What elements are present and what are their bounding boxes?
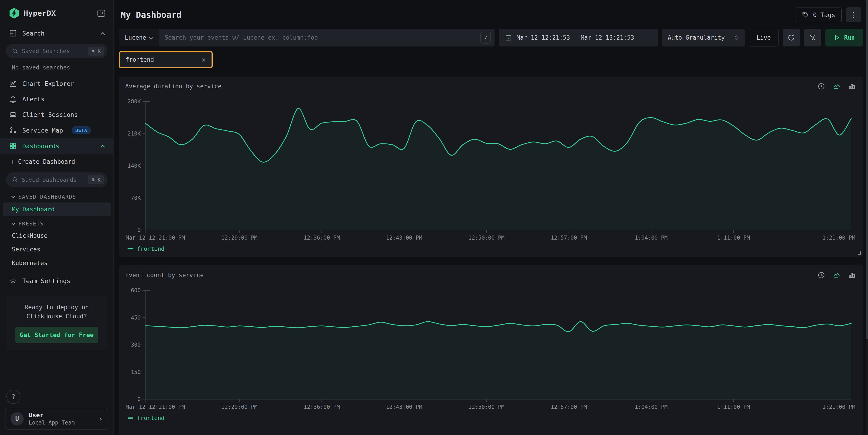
query-toolbar: Lucene / Mar 12 12:21:53 - Mar 12 13:21:… (119, 29, 863, 46)
query-language-dropdown[interactable]: Lucene (119, 29, 159, 46)
sidebar-item-service-map[interactable]: Service Map BETA (0, 122, 114, 138)
chart-legend[interactable]: frontend (125, 415, 857, 421)
time-format-icon[interactable] (817, 271, 825, 279)
chart-svg: 070K140K210K280KMar 12 12:21:00 PM12:29:… (125, 98, 857, 243)
svg-text:12:43:00 PM: 12:43:00 PM (386, 404, 422, 410)
sidebar-item-client-sessions[interactable]: Client Sessions (0, 107, 114, 122)
refresh-button[interactable] (783, 29, 800, 46)
chart-title: Event count by service (125, 272, 857, 279)
svg-text:Mar 12 12:21:00 PM: Mar 12 12:21:00 PM (126, 235, 185, 241)
svg-text:12:50:00 PM: 12:50:00 PM (468, 404, 504, 410)
bar-chart-toggle-icon[interactable] (848, 83, 856, 90)
time-format-icon[interactable] (817, 83, 825, 90)
sidebar-item-services[interactable]: Services (0, 243, 114, 256)
granularity-select[interactable]: Auto Granularity (662, 29, 745, 46)
search-icon (12, 177, 18, 183)
help-button[interactable]: ? (6, 390, 21, 404)
scrollbar-thumb[interactable] (866, 0, 868, 339)
presets-section-header[interactable]: PRESETS (0, 217, 114, 229)
legend-marker (127, 248, 133, 249)
search-icon (12, 48, 18, 54)
more-options-button[interactable]: ⋮ (846, 7, 861, 22)
chart-panel-avg-duration: Average duration by service 070K140K210K… (119, 76, 863, 257)
user-team: Local App Team (29, 420, 75, 426)
saved-searches-input[interactable] (22, 48, 84, 55)
sidebar-item-kubernetes[interactable]: Kubernetes (0, 256, 114, 270)
resize-handle[interactable] (858, 251, 861, 255)
svg-text:1:21:00 PM: 1:21:00 PM (823, 235, 856, 241)
search-nav-icon (9, 29, 17, 37)
svg-text:12:43:00 PM: 12:43:00 PM (386, 235, 422, 241)
page-scrollbar[interactable] (866, 0, 868, 435)
clickhouse-cloud-promo: Ready to deploy on ClickHouse Cloud? Get… (6, 296, 107, 350)
close-icon[interactable]: × (200, 56, 207, 64)
sidebar-item-label: Team Settings (22, 277, 70, 284)
sidebar-item-team-settings[interactable]: Team Settings (0, 273, 114, 288)
laptop-icon (9, 111, 17, 118)
main-content: My Dashboard 0 Tags ⋮ Lucene / Mar 12 (114, 0, 868, 435)
line-chart-toggle-icon[interactable] (833, 271, 841, 279)
chart-legend[interactable]: frontend (125, 246, 857, 252)
date-range-picker[interactable]: Mar 12 12:21:53 - Mar 12 13:21:53 (499, 29, 658, 46)
svg-text:12:57:00 PM: 12:57:00 PM (551, 404, 587, 410)
dashboard-filter-input[interactable] (125, 56, 200, 63)
granularity-value: Auto Granularity (668, 34, 724, 41)
sidebar-item-label: Client Sessions (22, 111, 78, 118)
chevron-down-icon (11, 194, 15, 198)
run-button[interactable]: Run (826, 29, 863, 46)
shortcut-badge: ⌘ K (88, 47, 104, 56)
svg-text:1:11:00 PM: 1:11:00 PM (717, 235, 750, 241)
saved-dashboards-box[interactable]: ⌘ K (6, 173, 107, 187)
event-search-input[interactable] (159, 34, 480, 41)
saved-dashboards-input[interactable] (22, 177, 84, 183)
svg-text:Mar 12 12:21:00 PM: Mar 12 12:21:00 PM (126, 404, 185, 410)
create-dashboard-button[interactable]: + Create Dashboard (0, 154, 114, 170)
legend-label: frontend (137, 246, 164, 252)
sidebar-item-my-dashboard[interactable]: My Dashboard (3, 203, 111, 216)
saved-searches-box[interactable]: ⌘ K (6, 44, 107, 58)
svg-text:12:57:00 PM: 12:57:00 PM (551, 235, 587, 241)
chart-title: Average duration by service (125, 83, 857, 90)
date-range-value: Mar 12 12:21:53 - Mar 12 13:21:53 (517, 34, 634, 41)
gear-icon (9, 277, 17, 285)
sidebar-item-label: Search (22, 30, 44, 37)
dashboard-filter-chip[interactable]: × (119, 51, 213, 68)
chart-svg: 0150300450600Mar 12 12:21:00 PM12:29:00 … (125, 287, 857, 412)
svg-text:150: 150 (131, 369, 141, 375)
legend-marker (127, 417, 133, 418)
svg-text:300: 300 (131, 342, 141, 348)
live-button[interactable]: Live (749, 29, 778, 46)
svg-text:450: 450 (131, 314, 141, 321)
user-name: User (29, 411, 75, 418)
select-updown-icon (733, 34, 739, 41)
chevron-down-icon (149, 35, 153, 39)
chevron-up-icon (101, 145, 105, 149)
bar-chart-toggle-icon[interactable] (848, 271, 856, 279)
svg-text:12:50:00 PM: 12:50:00 PM (468, 235, 504, 241)
sidebar-item-search[interactable]: Search (0, 26, 114, 41)
sidebar-collapse-icon[interactable] (97, 9, 106, 17)
line-chart-toggle-icon[interactable] (833, 83, 841, 90)
get-started-button[interactable]: Get Started for Free (15, 327, 98, 343)
svg-text:12:29:00 PM: 12:29:00 PM (221, 235, 257, 241)
user-card[interactable]: U User Local App Team › (5, 408, 108, 430)
page-title: My Dashboard (121, 10, 182, 20)
sidebar-item-alerts[interactable]: Alerts (0, 91, 114, 107)
no-saved-searches-text: No saved searches (0, 61, 114, 76)
svg-text:280K: 280K (127, 98, 141, 105)
sidebar-item-dashboards[interactable]: Dashboards (0, 138, 114, 154)
svg-text:70K: 70K (131, 195, 141, 201)
bell-icon (9, 95, 17, 103)
svg-text:1:04:00 PM: 1:04:00 PM (634, 235, 668, 241)
slash-shortcut-badge: / (480, 32, 491, 43)
svg-text:0: 0 (137, 227, 141, 233)
shortcut-badge: ⌘ K (88, 175, 104, 184)
legend-label: frontend (137, 415, 164, 421)
sidebar-item-clickhouse[interactable]: ClickHouse (0, 229, 114, 243)
tags-button[interactable]: 0 Tags (796, 7, 842, 22)
sidebar: HyperDX Search ⌘ K No saved searches Cha… (0, 0, 114, 435)
saved-dashboards-section-header[interactable]: SAVED DASHBOARDS (0, 190, 114, 202)
filter-button[interactable] (804, 29, 821, 46)
service-map-icon (9, 126, 17, 134)
sidebar-item-chart-explorer[interactable]: Chart Explorer (0, 76, 114, 91)
